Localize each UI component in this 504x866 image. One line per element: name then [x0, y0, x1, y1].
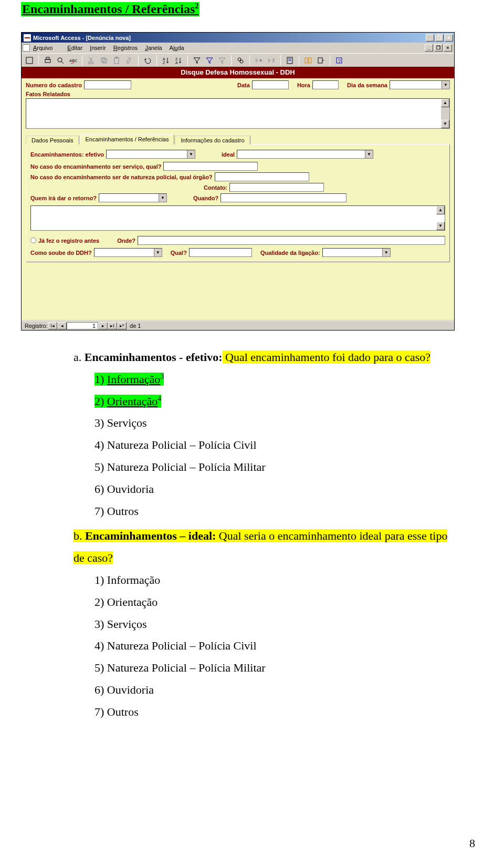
- list1-item2: 2) Orientação4: [94, 395, 161, 408]
- filter2-button[interactable]: [204, 55, 215, 66]
- record-navigator: Registro: I◂ ◂ 1 ▸ ▸I ▸* de 1: [22, 321, 454, 330]
- svg-rect-13: [116, 57, 118, 58]
- numero-cadastro-input[interactable]: [84, 80, 131, 89]
- access-screenshot: Microsoft Access - [Denúncia nova] _ ❐ ×…: [21, 32, 455, 331]
- paint-button[interactable]: [123, 55, 135, 66]
- svg-rect-27: [309, 58, 311, 63]
- spell-button[interactable]: ABC: [67, 55, 79, 66]
- nav-next-button[interactable]: ▸: [98, 322, 108, 329]
- list1-item3: 3) Serviços: [94, 412, 452, 434]
- label-ja-fez: Já fez o registro antes: [38, 238, 99, 244]
- maximize-button[interactable]: ❐: [435, 34, 444, 42]
- label-a: Encaminhamentos - efetivo:: [85, 350, 223, 364]
- svg-text:ABC: ABC: [69, 58, 77, 63]
- contato-input[interactable]: [229, 183, 324, 192]
- label-retorno: Quem irá dar o retorno?: [30, 195, 97, 201]
- nav-last-button[interactable]: ▸I: [108, 322, 117, 329]
- onde-input[interactable]: [138, 236, 445, 245]
- mdi-close-button[interactable]: ×: [444, 44, 452, 51]
- print-button[interactable]: [42, 55, 54, 66]
- section-heading: Encaminhamentos / Referências2: [21, 2, 200, 16]
- qualidade-select[interactable]: ▼: [322, 248, 391, 257]
- policial-input[interactable]: [215, 172, 309, 181]
- find-button[interactable]: [235, 55, 246, 66]
- hora-input[interactable]: [312, 80, 339, 89]
- del-rec-button[interactable]: [266, 55, 277, 66]
- minimize-button[interactable]: _: [426, 34, 434, 42]
- data-input[interactable]: [252, 80, 289, 89]
- svg-text:A: A: [163, 57, 165, 61]
- label-servico: No caso do encaminhamento ser serviço, q…: [30, 163, 161, 170]
- label-hora: Hora: [297, 82, 310, 88]
- dia-semana-select[interactable]: ▼: [390, 80, 450, 89]
- label-dia-semana: Dia da semana: [347, 82, 387, 88]
- preview-button[interactable]: [55, 55, 66, 66]
- svg-rect-1: [45, 59, 50, 63]
- help-button[interactable]: ?: [333, 55, 345, 66]
- servico-input[interactable]: [163, 162, 258, 171]
- list2-item4: 4) Natureza Policial – Polícia Civil: [94, 635, 452, 657]
- tab-encaminhamentos[interactable]: Encaminhamentos / Referências: [80, 135, 175, 145]
- svg-rect-0: [26, 57, 33, 64]
- question-b-line2: de caso?: [74, 551, 113, 564]
- scroll-up-icon[interactable]: ▲: [436, 206, 445, 214]
- toolbar-group[interactable]: [24, 55, 35, 66]
- label-quando: Quando?: [193, 195, 218, 201]
- props-button[interactable]: [284, 55, 296, 66]
- scroll-down-icon[interactable]: ▼: [436, 222, 445, 230]
- close-button[interactable]: ×: [445, 34, 453, 42]
- nav-first-button[interactable]: I◂: [48, 322, 57, 329]
- menu-janela[interactable]: Janela: [145, 45, 162, 51]
- label-numero-cadastro: Numero do cadastro: [26, 82, 82, 88]
- menu-registros[interactable]: Registros: [113, 45, 138, 51]
- list2-item6: 6) Ouvidoria: [94, 679, 452, 701]
- copy-button[interactable]: [98, 55, 110, 66]
- undo-button[interactable]: [142, 55, 153, 66]
- titlebar: Microsoft Access - [Denúncia nova] _ ❐ ×: [22, 33, 454, 43]
- svg-line-4: [61, 61, 64, 64]
- filter3-button[interactable]: [216, 55, 228, 66]
- fatos-textarea[interactable]: ▲▼: [26, 98, 450, 129]
- list1-item7: 7) Outros: [94, 500, 452, 522]
- scroll-down-icon[interactable]: ▼: [441, 120, 449, 128]
- qual-input[interactable]: [189, 248, 252, 257]
- nav-new-button[interactable]: ▸*: [117, 322, 127, 329]
- list2-item1: 1) Informação: [94, 569, 452, 591]
- quando-input[interactable]: [220, 193, 346, 202]
- menu-inserir[interactable]: Inserir: [90, 45, 106, 51]
- scroll-up-icon[interactable]: ▲: [441, 99, 449, 107]
- ideal-select[interactable]: ▼: [237, 150, 373, 159]
- svg-text:?: ?: [338, 58, 341, 64]
- paste-button[interactable]: [111, 55, 122, 66]
- tab-informacoes[interactable]: Informações do cadastro: [175, 136, 250, 145]
- menu-editar[interactable]: Editar: [67, 45, 82, 51]
- list2-item7: 7) Outros: [94, 701, 452, 723]
- filter1-button[interactable]: [191, 55, 203, 66]
- svg-rect-2: [46, 57, 49, 59]
- db-button[interactable]: [302, 55, 314, 66]
- cut-button[interactable]: [86, 55, 97, 66]
- label-como-soube: Como soube do DDH?: [30, 250, 92, 256]
- mdi-maximize-button[interactable]: ❐: [434, 44, 443, 51]
- list2-item3: 3) Serviços: [94, 613, 452, 635]
- new-obj-button[interactable]: [315, 55, 327, 66]
- sort-desc-button[interactable]: ZA: [173, 55, 184, 66]
- app-title: Microsoft Access - [Denúncia nova]: [33, 35, 131, 41]
- label-onde: Onde?: [117, 238, 135, 244]
- menu-ajuda[interactable]: Ajuda: [170, 45, 184, 51]
- svg-text:A: A: [175, 61, 178, 65]
- sort-asc-button[interactable]: AZ: [160, 55, 172, 66]
- mdi-minimize-button[interactable]: _: [425, 44, 433, 51]
- efetivo-select[interactable]: ▼: [106, 150, 195, 159]
- ja-fez-radio[interactable]: [30, 238, 36, 243]
- nav-prev-button[interactable]: ◂: [57, 322, 67, 329]
- notes-textarea[interactable]: ▲ ▼: [30, 205, 445, 231]
- list1-item6: 6) Ouvidoria: [94, 478, 452, 500]
- record-position[interactable]: 1: [67, 322, 98, 329]
- como-soube-select[interactable]: ▼: [94, 248, 162, 257]
- tab-dados-pessoais[interactable]: Dados Pessoais: [26, 136, 79, 145]
- menu-arquivo[interactable]: Arquivo: [33, 45, 60, 51]
- new-rec-button[interactable]: [253, 55, 265, 66]
- retorno-select[interactable]: ▼: [99, 193, 167, 202]
- label-efetivo: Encaminhamentos: efetivo: [30, 151, 104, 158]
